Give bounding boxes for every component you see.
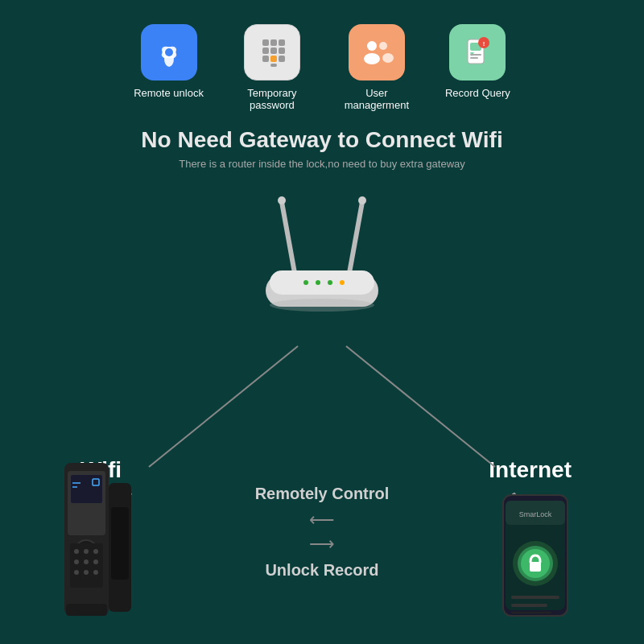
svg-point-5 bbox=[165, 48, 173, 56]
svg-rect-24 bbox=[470, 57, 478, 59]
svg-text:!: ! bbox=[483, 40, 485, 47]
remotely-control-label: Remotely Control bbox=[255, 485, 390, 503]
svg-point-36 bbox=[340, 280, 345, 285]
svg-rect-58 bbox=[66, 604, 107, 616]
svg-point-29 bbox=[278, 196, 286, 204]
record-query-label: Record Query bbox=[445, 87, 510, 99]
features-row: Remote unlock Temporary p bbox=[134, 0, 510, 111]
svg-rect-15 bbox=[270, 64, 277, 67]
remote-unlock-label: Remote unlock bbox=[134, 87, 204, 99]
svg-point-17 bbox=[364, 53, 380, 64]
svg-point-35 bbox=[328, 280, 332, 285]
svg-point-48 bbox=[84, 549, 89, 554]
user-mgmt-label: User managerment bbox=[341, 87, 413, 111]
svg-rect-14 bbox=[279, 56, 285, 62]
router-image bbox=[242, 186, 402, 315]
svg-point-18 bbox=[379, 42, 387, 50]
arrow-right-icon: ⟶ bbox=[309, 534, 335, 555]
router-area bbox=[0, 186, 644, 315]
svg-point-52 bbox=[93, 559, 98, 564]
temp-password-icon bbox=[244, 24, 300, 80]
svg-rect-66 bbox=[530, 562, 541, 572]
svg-rect-6 bbox=[262, 39, 269, 46]
svg-rect-11 bbox=[279, 47, 285, 54]
svg-point-51 bbox=[84, 559, 89, 564]
svg-point-54 bbox=[84, 570, 89, 575]
internet-label: Internet bbox=[489, 457, 572, 483]
svg-rect-7 bbox=[270, 39, 277, 46]
unlock-record-label: Unlock Record bbox=[255, 561, 390, 580]
svg-rect-67 bbox=[511, 596, 559, 599]
svg-point-50 bbox=[74, 559, 79, 564]
feature-temp-password: Temporary password bbox=[236, 24, 308, 111]
arrow-left-icon: ⟵ bbox=[309, 510, 335, 530]
svg-point-53 bbox=[74, 570, 79, 575]
bidirectional-arrows: ⟵ ⟶ bbox=[255, 510, 390, 555]
svg-text:SmarLock: SmarLock bbox=[519, 510, 552, 518]
bottom-section: Wifi Internet / / \ \ bbox=[0, 370, 644, 644]
svg-point-49 bbox=[93, 549, 98, 554]
svg-rect-8 bbox=[279, 39, 285, 46]
feature-remote-unlock: Remote unlock bbox=[134, 24, 204, 111]
svg-point-55 bbox=[93, 570, 98, 575]
temp-password-label: Temporary password bbox=[236, 87, 308, 111]
svg-rect-57 bbox=[111, 507, 129, 580]
svg-point-19 bbox=[382, 53, 394, 63]
svg-point-30 bbox=[358, 196, 366, 204]
feature-user-mgmt: User managerment bbox=[341, 24, 413, 111]
lock-device bbox=[48, 459, 161, 636]
svg-rect-9 bbox=[262, 47, 269, 54]
svg-rect-32 bbox=[270, 270, 374, 295]
svg-point-33 bbox=[303, 280, 308, 285]
svg-rect-23 bbox=[470, 54, 481, 56]
svg-point-37 bbox=[270, 299, 374, 312]
heading-section: No Need Gateway to Connect Wifi There is… bbox=[141, 127, 502, 170]
phone-device: SmarLock bbox=[499, 491, 588, 636]
svg-rect-13 bbox=[270, 56, 277, 62]
svg-point-47 bbox=[74, 549, 79, 554]
svg-rect-10 bbox=[270, 47, 277, 54]
sub-heading: There is a router inside the lock,no nee… bbox=[141, 158, 502, 170]
svg-rect-68 bbox=[511, 604, 547, 607]
feature-record-query: ! Record Query bbox=[445, 24, 510, 111]
svg-point-16 bbox=[367, 41, 377, 51]
main-container: Remote unlock Temporary p bbox=[0, 0, 644, 644]
main-heading: No Need Gateway to Connect Wifi bbox=[141, 127, 502, 153]
svg-point-34 bbox=[316, 280, 320, 285]
svg-rect-69 bbox=[511, 612, 551, 613]
svg-rect-12 bbox=[262, 56, 269, 62]
remote-unlock-icon bbox=[141, 24, 197, 80]
user-mgmt-icon bbox=[349, 24, 405, 80]
center-text-area: Remotely Control ⟵ ⟶ Unlock Record bbox=[255, 485, 390, 580]
record-query-icon: ! bbox=[449, 24, 506, 80]
